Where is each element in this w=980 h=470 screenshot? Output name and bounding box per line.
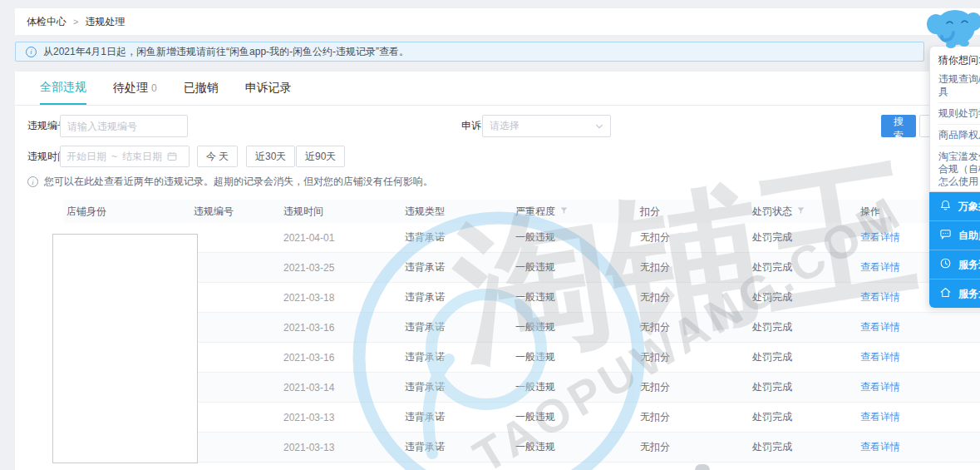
cell-violation-type: 违背承诺 xyxy=(402,320,513,334)
cell-severity: 一般违规 xyxy=(513,260,638,275)
header-label: 严重程度 xyxy=(515,205,555,219)
header-label: 操作 xyxy=(860,205,880,219)
tab-count-badge: 0 xyxy=(151,82,157,94)
breadcrumb-item-health-center[interactable]: 体检中心 xyxy=(27,15,66,29)
violation-no-input[interactable] xyxy=(60,115,188,137)
table-row: 2021-03-13违背承诺一般违规无扣分处罚完成查看详情 xyxy=(64,433,980,463)
header-label: 违规编号 xyxy=(194,205,234,219)
quick-link-label: 服务追踪 xyxy=(958,258,980,272)
tracking-icon xyxy=(939,257,952,272)
quick-range-button-0[interactable]: 今 天 xyxy=(197,146,238,167)
view-detail-link[interactable]: 查看详情 xyxy=(860,380,900,394)
breadcrumb-separator: > xyxy=(73,17,78,27)
quick-link-label: 万象提醒 xyxy=(958,200,980,214)
header-label: 违规时间 xyxy=(283,205,323,219)
cell-action: 查看详情 xyxy=(858,440,980,454)
appeal-select[interactable]: 请选择 xyxy=(482,115,611,137)
chevron-down-icon xyxy=(595,122,603,131)
header-label: 处罚状态 xyxy=(752,205,792,219)
cell-status: 处罚完成 xyxy=(750,320,858,334)
cell-violation-time: 2021-03-14 xyxy=(281,382,402,393)
table-row: 2021-03-25违背承诺一般违规无扣分处罚完成查看详情 xyxy=(64,253,980,283)
cell-status: 处罚完成 xyxy=(750,230,858,245)
cell-violation-time: 2021-03-16 xyxy=(281,352,402,364)
tab-label: 申诉记录 xyxy=(245,81,292,96)
header-label: 店铺身份 xyxy=(66,205,106,219)
tab-1[interactable]: 待处理0 xyxy=(113,72,157,105)
cell-points: 无扣分 xyxy=(638,410,750,424)
quick-link-3[interactable]: 服务大厅 xyxy=(929,279,980,308)
violation-page: 体检中心 > 违规处理 i 从2021年4月1日起，闲鱼新增违规请前往“闲鱼ap… xyxy=(0,0,980,470)
view-detail-link[interactable]: 查看详情 xyxy=(860,320,900,334)
search-button[interactable]: 搜 索 xyxy=(881,115,916,137)
header-cell-6: 处罚状态 xyxy=(750,205,858,219)
cell-points: 无扣分 xyxy=(638,350,750,364)
quick-link-2[interactable]: 服务追踪 xyxy=(929,250,980,279)
view-detail-link[interactable]: 查看详情 xyxy=(860,260,900,275)
cell-severity: 一般违规 xyxy=(513,380,638,394)
quick-link-label: 自助服务 xyxy=(958,229,980,243)
redaction-overlay xyxy=(52,234,198,463)
table-row: 2021-03-18违背承诺一般违规无扣分处罚完成查看详情 xyxy=(64,283,980,313)
cell-severity: 一般违规 xyxy=(513,290,638,304)
chat-icon xyxy=(939,228,952,243)
quick-link-1[interactable]: 自助服务 xyxy=(929,220,980,250)
info-icon: i xyxy=(26,47,37,57)
cell-action: 查看详情 xyxy=(858,410,980,424)
cell-violation-type: 违背承诺 xyxy=(402,350,513,364)
cell-violation-time: 2021-03-25 xyxy=(281,262,402,274)
filter-icon[interactable] xyxy=(559,205,569,217)
cell-violation-type: 违背承诺 xyxy=(402,260,513,275)
cell-severity: 一般违规 xyxy=(513,320,638,334)
tab-2[interactable]: 已撤销 xyxy=(184,72,219,105)
view-detail-link[interactable]: 查看详情 xyxy=(860,230,900,245)
breadcrumb: 体检中心 > 违规处理 xyxy=(15,8,980,35)
breadcrumb-item-violation: 违规处理 xyxy=(85,15,125,29)
assistant-questions: 违规查询/处理工具规则处罚学习商品降权及监控淘宝滥发信息如何合规（自检工具）怎么… xyxy=(938,69,980,192)
filter-icon[interactable] xyxy=(796,205,805,217)
cell-violation-type: 违背承诺 xyxy=(402,380,513,394)
cell-points: 无扣分 xyxy=(638,290,750,304)
cell-action: 查看详情 xyxy=(858,350,980,364)
cell-violation-time: 2021-03-13 xyxy=(281,412,402,423)
tab-label: 全部违规 xyxy=(40,80,86,95)
notice-text: 从2021年4月1日起，闲鱼新增违规请前往“闲鱼app-我的-闲鱼公约-违规记录… xyxy=(43,45,409,59)
view-detail-link[interactable]: 查看详情 xyxy=(860,350,900,364)
table-row: 2021-03-16违背承诺一般违规无扣分处罚完成查看详情 xyxy=(64,313,980,343)
cell-violation-time: 2021-04-01 xyxy=(281,232,402,244)
header-label: 扣分 xyxy=(640,205,660,219)
calendar-icon xyxy=(167,151,177,161)
bell-icon xyxy=(939,199,952,214)
cell-points: 无扣分 xyxy=(638,230,750,245)
cell-severity: 一般违规 xyxy=(513,230,638,245)
tab-label: 已撤销 xyxy=(184,81,219,96)
date-range-picker[interactable]: 开始日期 ~ 结束日期 xyxy=(60,146,190,167)
table-body: 2021-04-01违背承诺一般违规无扣分处罚完成查看详情2021-03-25违… xyxy=(64,223,980,463)
header-cell-3: 违规类型 xyxy=(402,205,513,219)
cell-action: 查看详情 xyxy=(858,380,980,394)
quick-link-0[interactable]: 万象提醒 xyxy=(929,192,980,220)
notice-banner: i 从2021年4月1日起，闲鱼新增违规请前往“闲鱼app-我的-闲鱼公约-违规… xyxy=(15,42,924,62)
tab-3[interactable]: 申诉记录 xyxy=(245,72,292,105)
violation-table: 店铺身份违规编号违规时间违规类型严重程度扣分处罚状态操作 2021-04-01违… xyxy=(64,200,980,463)
date-start-placeholder: 开始日期 xyxy=(66,150,106,164)
quick-range-button-2[interactable]: 近90天 xyxy=(296,146,345,167)
cell-status: 处罚完成 xyxy=(750,260,858,275)
cell-status: 处罚完成 xyxy=(750,290,858,304)
view-detail-link[interactable]: 查看详情 xyxy=(860,410,900,424)
appeal-select-value: 请选择 xyxy=(490,119,520,133)
faq-item-0[interactable]: 违规查询/处理工具 xyxy=(938,69,980,103)
assistant-quick-links: 万象提醒自助服务服务追踪服务大厅 xyxy=(929,192,980,308)
faq-item-3[interactable]: 淘宝滥发信息如何合规（自检工具）怎么使用 xyxy=(938,146,980,192)
faq-item-2[interactable]: 商品降权及监控 xyxy=(938,125,980,146)
date-separator: ~ xyxy=(111,151,117,162)
table-row: 2021-03-16违背承诺一般违规无扣分处罚完成查看详情 xyxy=(64,343,980,373)
view-detail-link[interactable]: 查看详情 xyxy=(860,440,900,454)
tab-0[interactable]: 全部违规 xyxy=(40,72,86,105)
faq-item-1[interactable]: 规则处罚学习 xyxy=(938,103,980,125)
table-header-row: 店铺身份违规编号违规时间违规类型严重程度扣分处罚状态操作 xyxy=(64,200,980,223)
cell-violation-type: 违背承诺 xyxy=(402,290,513,304)
quick-range-button-1[interactable]: 近30天 xyxy=(246,146,295,167)
table-row: 2021-03-13违背承诺一般违规无扣分处罚完成查看详情 xyxy=(64,403,980,433)
view-detail-link[interactable]: 查看详情 xyxy=(860,290,900,304)
